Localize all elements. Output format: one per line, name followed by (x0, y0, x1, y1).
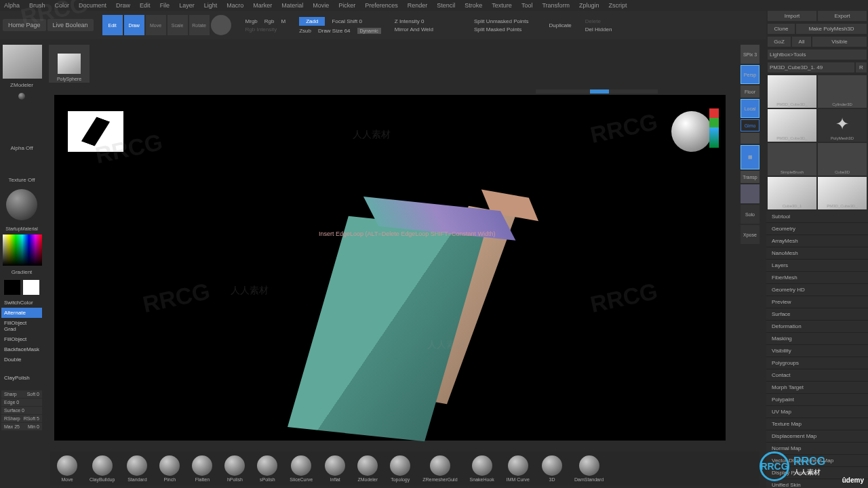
transp-button[interactable]: Transp (741, 171, 760, 183)
brush-topology[interactable]: Topology (390, 455, 410, 482)
z-intensity-slider[interactable]: Z Intensity 0 (395, 18, 425, 24)
dynamic-toggle[interactable]: Dynamic (357, 28, 381, 34)
double-button[interactable]: Double (1, 354, 42, 365)
export-button[interactable]: Export (818, 11, 867, 21)
menu-movie[interactable]: Movie (313, 2, 329, 9)
brush-hpolish[interactable]: hPolish (224, 455, 245, 482)
brush-slicecurve[interactable]: SliceCurve (290, 455, 313, 482)
left-slider[interactable]: Edge 0 (1, 399, 42, 406)
menu-document[interactable]: Document (79, 2, 106, 9)
edit-mode-button[interactable]: Edit (102, 15, 123, 35)
brush-preview[interactable] (211, 15, 231, 35)
spix-button[interactable]: SPix 3 (741, 45, 760, 64)
duplicate-button[interactable]: Duplicate (549, 22, 571, 28)
brush-claybuildup[interactable]: ClayBuildup (90, 455, 115, 482)
alpha-thumb[interactable] (68, 111, 123, 152)
m-button[interactable]: M (281, 18, 286, 24)
fill-object-grad-button[interactable]: FillObject Grad (1, 318, 42, 334)
menu-file[interactable]: File (160, 2, 170, 9)
panel-arraymesh[interactable]: ArrayMesh (766, 235, 868, 247)
panel-masking[interactable]: Masking (766, 333, 868, 345)
menu-draw[interactable]: Draw (116, 2, 130, 9)
left-slider[interactable]: Max 25Min 0 (1, 423, 42, 430)
left-slider[interactable]: RSharpRSoft 5 (1, 415, 42, 422)
subtool-name[interactable]: PM3D_Cube3D_1. 49 (768, 62, 854, 73)
tool-thumb[interactable]: Cylinder3D (818, 75, 867, 108)
material-sphere[interactable] (6, 189, 37, 220)
brush-snakehook[interactable]: SnakeHook (470, 455, 494, 482)
brush-zmodeler[interactable]: ZModeler (357, 455, 378, 482)
panel-fibermesh[interactable]: FiberMesh (766, 272, 868, 284)
focal-shift-slider[interactable]: Focal Shift 0 (332, 18, 361, 24)
del-hidden-button[interactable]: Del Hidden (585, 26, 612, 33)
menu-material[interactable]: Material (281, 2, 303, 9)
ghost-button[interactable] (741, 184, 760, 203)
panel-polygroups[interactable]: Polygroups (766, 357, 868, 369)
menu-alpha[interactable]: Alpha (4, 2, 20, 9)
menu-zplugin[interactable]: Zplugin (579, 2, 599, 9)
draw-size-slider[interactable]: Draw Size 64 (318, 28, 351, 34)
menu-layer[interactable]: Layer (179, 2, 195, 9)
panel-subtool[interactable]: Subtool (766, 211, 868, 223)
panel-visibility[interactable]: Visibility (766, 345, 868, 357)
menu-render[interactable]: Render (408, 2, 428, 9)
brush-standard[interactable]: Standard (127, 455, 147, 482)
menu-stroke[interactable]: Stroke (465, 2, 482, 9)
menu-picker[interactable]: Picker (338, 2, 355, 9)
color-picker[interactable] (3, 235, 42, 266)
persp-button[interactable]: Persp (741, 65, 760, 84)
menu-stencil[interactable]: Stencil (437, 2, 455, 9)
make-polymesh-button[interactable]: Make PolyMesh3D (796, 24, 867, 34)
menu-preferences[interactable]: Preferences (365, 2, 398, 9)
active-tool-thumb[interactable] (3, 45, 42, 79)
xpose-button[interactable]: Xpose (741, 225, 760, 244)
brush-damstandard[interactable]: DamStandard (574, 455, 604, 482)
menu-zscript[interactable]: Zscript (609, 2, 627, 9)
tool-thumb[interactable]: PM3D_Cube3D_ (768, 75, 816, 108)
rotate-mode-button[interactable]: Rotate (189, 15, 210, 35)
backface-mask-button[interactable]: BackfaceMask (1, 344, 42, 354)
brush-flatten[interactable]: Flatten (192, 455, 212, 482)
fill-object-button[interactable]: FillObject (1, 334, 42, 344)
import-button[interactable]: Import (768, 11, 816, 21)
switch-color-button[interactable]: SwitchColor (1, 298, 42, 308)
brush-move[interactable]: Move (57, 455, 77, 482)
brush-imm curve[interactable]: IMM Curve (507, 455, 530, 482)
lightbox-tools-button[interactable]: Lightbox>Tools (768, 49, 867, 60)
mrgb-button[interactable]: Mrgb (245, 18, 258, 24)
mirror-weld-button[interactable]: Mirror And Weld (395, 26, 433, 33)
tool-thumb[interactable]: PolyMesh3D (818, 109, 867, 142)
zadd-button[interactable]: Zadd (299, 17, 325, 26)
menu-macro[interactable]: Macro (226, 2, 243, 9)
panel-layers[interactable]: Layers (766, 260, 868, 272)
solo-button[interactable]: Solo (741, 205, 760, 224)
goz-visible-button[interactable]: Visible (812, 37, 867, 47)
split-masked-button[interactable]: Split Masked Points (474, 26, 521, 33)
polysphere-thumb[interactable]: PolySphere (49, 45, 90, 83)
panel-geometry-hd[interactable]: Geometry HD (766, 284, 868, 296)
alpha-off-button[interactable]: Alpha Off (1, 143, 42, 153)
viewport[interactable]: Insert EdgeLoop (ALT=Delete EdgeLoop SHI… (54, 95, 726, 441)
split-unmasked-button[interactable]: Split Unmasked Points (474, 18, 528, 24)
panel-nanomesh[interactable]: NanoMesh (766, 247, 868, 260)
alternate-button[interactable]: Alternate (1, 308, 42, 318)
grid-button[interactable]: ▦ (741, 145, 760, 169)
panel-preview[interactable]: Preview (766, 296, 868, 308)
panel-polypaint[interactable]: Polypaint (766, 394, 868, 406)
panel-deformation[interactable]: Deformation (766, 321, 868, 333)
delete-button[interactable]: Delete (585, 18, 601, 24)
panel-texture-map[interactable]: Texture Map (766, 418, 868, 430)
tool-thumb[interactable]: Cube3D_1 (768, 177, 816, 209)
frame-button[interactable] (741, 133, 760, 144)
panel-surface[interactable]: Surface (766, 308, 868, 321)
menu-light[interactable]: Light (204, 2, 218, 9)
menu-tool[interactable]: Tool (521, 2, 533, 9)
brush-zremesherguid[interactable]: ZRemesherGuid (422, 455, 457, 482)
floor-button[interactable]: Floor (741, 85, 760, 98)
canvas-slider[interactable] (536, 89, 658, 94)
menu-color[interactable]: Color (55, 2, 70, 9)
home-page-button[interactable]: Home Page (3, 19, 46, 31)
gimo-button[interactable]: Gimo (741, 119, 760, 131)
goz-button[interactable]: GoZ (768, 37, 791, 47)
axes-gizmo[interactable] (709, 108, 719, 149)
